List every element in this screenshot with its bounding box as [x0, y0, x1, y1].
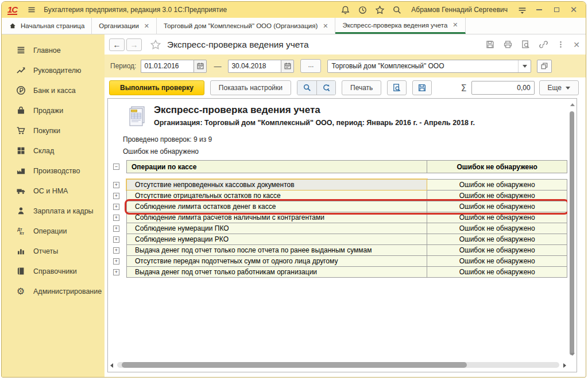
sidebar-item-2[interactable]: Банк и касса — [2, 80, 105, 100]
close-icon[interactable]: ✕ — [567, 3, 580, 16]
group-status-cell[interactable]: Ошибок не обнаружено — [427, 160, 567, 173]
current-user[interactable]: Абрамов Геннадий Сергеевич — [411, 6, 508, 14]
favorites-star-icon[interactable] — [373, 3, 386, 16]
sidebar-item-0[interactable]: Главное — [2, 40, 105, 60]
preview-icon[interactable] — [521, 40, 531, 49]
vertical-scroll-thumb[interactable] — [570, 111, 574, 355]
main-menu-icon[interactable] — [25, 3, 38, 16]
period-to-input[interactable] — [228, 60, 281, 73]
maximize-icon[interactable] — [550, 3, 563, 16]
sidebar-item-9[interactable]: ДтКтОперации — [2, 221, 105, 241]
show-settings-button[interactable]: Показать настройки — [210, 80, 291, 95]
tab-close-icon[interactable]: ✕ — [144, 22, 149, 30]
find-icon[interactable] — [297, 81, 316, 95]
find-next-icon[interactable] — [316, 81, 335, 95]
notifications-bell-icon[interactable] — [339, 3, 351, 16]
check-row[interactable]: +Выдача денег под отчет только после отч… — [113, 245, 567, 256]
expand-icon[interactable]: + — [113, 247, 119, 254]
check-name-cell[interactable]: Соблюдение нумерации РКО — [126, 234, 427, 245]
period-from-input[interactable] — [141, 60, 194, 73]
check-name-cell[interactable]: Соблюдение нумерации ПКО — [126, 223, 427, 234]
sidebar-item-11[interactable]: Справочники — [2, 261, 105, 281]
check-row[interactable]: +Соблюдение лимита остатков денег в касс… — [113, 201, 567, 212]
check-row[interactable]: +Выдача денег под отчет только работника… — [113, 267, 567, 278]
print-report-button[interactable]: Печать — [342, 80, 381, 95]
scroll-up-icon[interactable] — [570, 103, 575, 106]
check-status-cell[interactable]: Ошибок не обнаружено — [427, 256, 567, 267]
check-status-cell[interactable]: Ошибок не обнаружено — [427, 267, 567, 278]
check-row[interactable]: +Отсутствие непроведенных кассовых докум… — [113, 179, 567, 190]
check-name-cell[interactable]: Соблюдение лимита расчетов наличными с к… — [126, 212, 427, 223]
horizontal-scroll-thumb[interactable] — [122, 362, 467, 368]
scroll-down-icon[interactable] — [570, 353, 575, 356]
check-name-cell[interactable]: Отсутствие непроведенных кассовых докуме… — [126, 179, 427, 190]
check-name-cell[interactable]: Выдача денег под отчет только после отче… — [126, 245, 427, 256]
dropdown-icon[interactable] — [518, 60, 531, 72]
collapse-icon[interactable]: − — [113, 164, 119, 170]
sidebar-item-3[interactable]: Продажи — [2, 100, 105, 120]
check-status-cell[interactable]: Ошибок не обнаружено — [427, 223, 567, 234]
tab-close-icon[interactable]: ✕ — [452, 21, 458, 29]
forward-button[interactable]: → — [126, 38, 142, 51]
sidebar-item-7[interactable]: ОС и НМА — [2, 181, 105, 201]
sidebar-item-12[interactable]: ⚙Администрирование — [2, 281, 105, 301]
save-icon[interactable] — [485, 40, 495, 49]
more-button[interactable]: Еще — [539, 80, 579, 95]
check-name-cell[interactable]: Отсутствие отрицательных остатков по кас… — [126, 190, 427, 201]
horizontal-scrollbar[interactable] — [110, 361, 566, 368]
sidebar-item-1[interactable]: Руководителю — [2, 60, 105, 80]
check-name-cell[interactable]: Выдача денег под отчет только работникам… — [126, 267, 427, 278]
tab-home[interactable]: Начальная страница — [2, 18, 92, 34]
group-header-cell[interactable]: Операции по кассе — [126, 160, 427, 173]
tab-3[interactable]: Экспресс-проверка ведения учета✕ — [335, 18, 465, 34]
expand-icon[interactable]: + — [113, 269, 119, 275]
sidebar-item-8[interactable]: Зарплата и кадры — [2, 201, 105, 221]
expand-icon[interactable]: + — [113, 193, 119, 199]
check-status-cell[interactable]: Ошибок не обнаружено — [427, 179, 567, 190]
check-row[interactable]: +Соблюдение лимита расчетов наличными с … — [113, 212, 567, 223]
expand-icon[interactable]: + — [113, 236, 119, 243]
save-report-icon[interactable] — [412, 80, 432, 95]
search-icon[interactable] — [390, 3, 403, 16]
check-status-cell[interactable]: Ошибок не обнаружено — [427, 212, 567, 223]
back-button[interactable]: ← — [109, 38, 125, 51]
sum-input[interactable] — [471, 81, 535, 95]
check-name-cell[interactable]: Соблюдение лимита остатков денег в кассе — [126, 201, 427, 212]
sidebar-item-5[interactable]: Склад — [2, 141, 105, 161]
check-row[interactable]: +Отсутствие передач подотчетных сумм от … — [113, 256, 567, 267]
table-group-row[interactable]: − Операции по кассе Ошибок не обнаружено — [113, 160, 567, 173]
tab-2[interactable]: Торговый дом "Комплексный" ООО (Организа… — [157, 18, 335, 34]
history-icon[interactable] — [356, 3, 369, 16]
check-name-cell[interactable]: Отсутствие передач подотчетных сумм от о… — [126, 256, 427, 267]
favorite-star-icon[interactable] — [150, 39, 161, 50]
check-status-cell[interactable]: Ошибок не обнаружено — [427, 234, 567, 245]
open-organization-icon[interactable] — [537, 60, 552, 73]
sidebar-item-6[interactable]: Производство — [2, 161, 105, 181]
calendar-icon[interactable] — [281, 60, 294, 73]
expand-icon[interactable]: + — [113, 182, 119, 188]
run-check-button[interactable]: Выполнить проверку — [109, 80, 204, 95]
scroll-left-icon[interactable] — [110, 363, 113, 368]
print-icon[interactable] — [503, 40, 513, 49]
service-menu-icon[interactable] — [516, 3, 528, 16]
scroll-right-icon[interactable] — [563, 363, 566, 368]
expand-icon[interactable]: + — [113, 204, 119, 210]
print-preview-icon[interactable] — [387, 80, 407, 95]
check-status-cell[interactable]: Ошибок не обнаружено — [427, 245, 567, 256]
expand-icon[interactable]: + — [113, 215, 119, 221]
check-row[interactable]: +Отсутствие отрицательных остатков по ка… — [113, 190, 567, 201]
period-choose-button[interactable]: ... — [300, 59, 321, 73]
check-row[interactable]: +Соблюдение нумерации РКООшибок не обнар… — [113, 234, 567, 245]
sidebar-item-4[interactable]: Покупки — [2, 120, 105, 141]
close-form-icon[interactable]: ✕ — [573, 40, 580, 49]
sidebar-item-10[interactable]: Отчеты — [2, 241, 105, 261]
more-kebab-icon[interactable] — [556, 40, 565, 49]
check-row[interactable]: +Соблюдение нумерации ПКООшибок не обнар… — [113, 223, 567, 234]
expand-icon[interactable]: + — [113, 226, 119, 232]
organization-combo[interactable]: Торговый дом "Комплексный" ООО — [327, 60, 531, 73]
tab-1[interactable]: Организации✕ — [92, 18, 157, 34]
minimize-icon[interactable] — [533, 3, 546, 16]
tab-close-icon[interactable]: ✕ — [323, 22, 328, 30]
vertical-scrollbar[interactable] — [568, 101, 575, 357]
check-status-cell[interactable]: Ошибок не обнаружено — [427, 201, 567, 212]
